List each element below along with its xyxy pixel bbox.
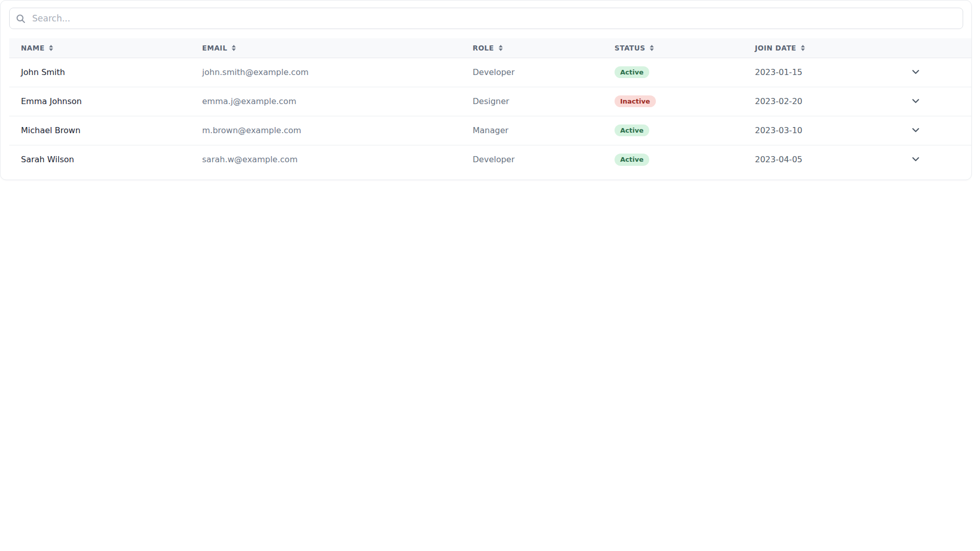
table-row: Michael Brown m.brown@example.com Manage… xyxy=(9,116,972,145)
table-row: Emma Johnson emma.j@example.com Designer… xyxy=(9,87,972,116)
search-input[interactable] xyxy=(9,8,963,29)
chevron-down-icon xyxy=(910,66,921,78)
column-label: Role xyxy=(473,44,494,52)
table-body: John Smith john.smith@example.com Develo… xyxy=(9,58,972,174)
cell-role: Developer xyxy=(461,58,603,87)
table-row: John Smith john.smith@example.com Develo… xyxy=(9,58,972,87)
sort-arrows-icon xyxy=(650,45,654,51)
column-header-status[interactable]: Status xyxy=(603,38,743,58)
expand-row-button[interactable] xyxy=(909,123,922,137)
cell-join-date: 2023-03-10 xyxy=(743,116,889,145)
cell-actions xyxy=(889,116,972,145)
column-header-join-date[interactable]: Join Date xyxy=(743,38,889,58)
search-bar xyxy=(1,1,971,38)
cell-actions xyxy=(889,145,972,174)
column-header-name[interactable]: Name xyxy=(9,38,190,58)
cell-status: Inactive xyxy=(603,87,743,116)
status-badge: Active xyxy=(615,124,649,137)
cell-status: Active xyxy=(603,145,743,174)
users-table: Name Email Role Status Join Date xyxy=(9,38,972,174)
sort-arrows-icon xyxy=(499,45,503,51)
cell-join-date: 2023-01-15 xyxy=(743,58,889,87)
expand-row-button[interactable] xyxy=(909,65,922,79)
chevron-down-icon xyxy=(910,124,921,136)
chevron-down-icon xyxy=(910,154,921,165)
cell-email: sarah.w@example.com xyxy=(190,145,461,174)
cell-actions xyxy=(889,58,972,87)
sort-arrows-icon xyxy=(232,45,236,51)
cell-name: Sarah Wilson xyxy=(9,145,190,174)
user-table-card: Name Email Role Status Join Date xyxy=(0,0,972,180)
table-row: Sarah Wilson sarah.w@example.com Develop… xyxy=(9,145,972,174)
sort-arrows-icon xyxy=(49,45,53,51)
column-label: Join Date xyxy=(755,44,796,52)
cell-status: Active xyxy=(603,116,743,145)
status-badge: Active xyxy=(615,66,649,79)
column-header-actions xyxy=(889,38,972,58)
chevron-down-icon xyxy=(910,95,921,107)
expand-row-button[interactable] xyxy=(909,153,922,166)
cell-email: john.smith@example.com xyxy=(190,58,461,87)
column-label: Status xyxy=(615,44,645,52)
page: { "search": { "placeholder": "Search..."… xyxy=(0,0,980,551)
cell-name: Emma Johnson xyxy=(9,87,190,116)
status-badge: Active xyxy=(615,154,649,166)
status-badge: Inactive xyxy=(615,95,656,108)
cell-status: Active xyxy=(603,58,743,87)
column-label: Email xyxy=(202,44,227,52)
column-header-role[interactable]: Role xyxy=(461,38,603,58)
cell-join-date: 2023-04-05 xyxy=(743,145,889,174)
expand-row-button[interactable] xyxy=(909,94,922,108)
column-header-email[interactable]: Email xyxy=(190,38,461,58)
cell-join-date: 2023-02-20 xyxy=(743,87,889,116)
cell-name: John Smith xyxy=(9,58,190,87)
table-header: Name Email Role Status Join Date xyxy=(9,38,972,58)
cell-email: m.brown@example.com xyxy=(190,116,461,145)
cell-name: Michael Brown xyxy=(9,116,190,145)
cell-actions xyxy=(889,87,972,116)
cell-role: Designer xyxy=(461,87,603,116)
cell-email: emma.j@example.com xyxy=(190,87,461,116)
cell-role: Developer xyxy=(461,145,603,174)
column-label: Name xyxy=(21,44,44,52)
cell-role: Manager xyxy=(461,116,603,145)
sort-arrows-icon xyxy=(801,45,805,51)
